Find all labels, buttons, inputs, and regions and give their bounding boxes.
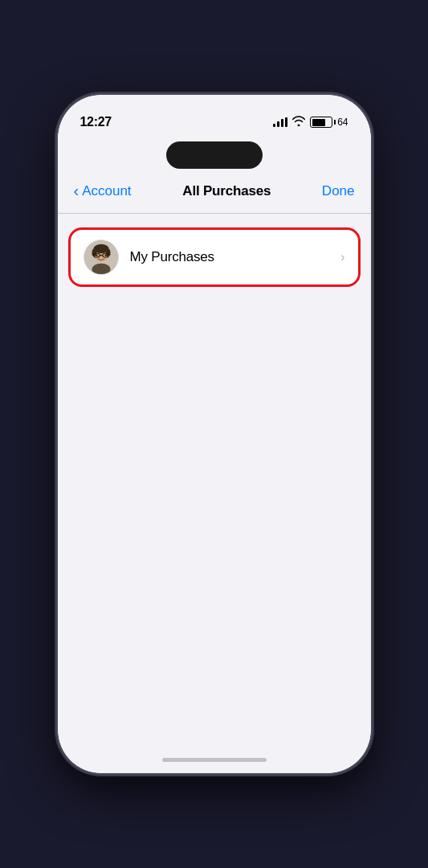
avatar bbox=[84, 240, 119, 275]
svg-point-12 bbox=[104, 254, 107, 256]
my-purchases-row[interactable]: My Purchases › bbox=[71, 230, 358, 285]
screen: 12:27 bbox=[58, 95, 371, 773]
status-time: 12:27 bbox=[80, 115, 112, 129]
battery-indicator: 64 bbox=[310, 117, 348, 128]
wifi-icon bbox=[292, 116, 305, 129]
my-purchases-label: My Purchases bbox=[130, 249, 330, 265]
back-chevron-icon: ‹ bbox=[74, 182, 79, 200]
signal-bars-icon bbox=[273, 117, 287, 127]
back-label: Account bbox=[82, 183, 131, 199]
chevron-right-icon: › bbox=[340, 250, 344, 264]
battery-level: 64 bbox=[337, 117, 348, 128]
status-bar: 12:27 bbox=[58, 95, 371, 138]
home-bar bbox=[162, 758, 267, 762]
dynamic-island bbox=[166, 141, 263, 169]
svg-point-11 bbox=[95, 254, 97, 256]
status-icons: 64 bbox=[273, 116, 348, 129]
nav-title: All Purchases bbox=[182, 183, 271, 199]
content-area: My Purchases › bbox=[58, 214, 371, 746]
home-indicator bbox=[58, 746, 371, 773]
done-button[interactable]: Done bbox=[322, 183, 355, 199]
phone-frame: 12:27 bbox=[58, 95, 371, 773]
nav-bar: ‹ Account All Purchases Done bbox=[58, 169, 371, 214]
back-button[interactable]: ‹ Account bbox=[74, 182, 132, 200]
